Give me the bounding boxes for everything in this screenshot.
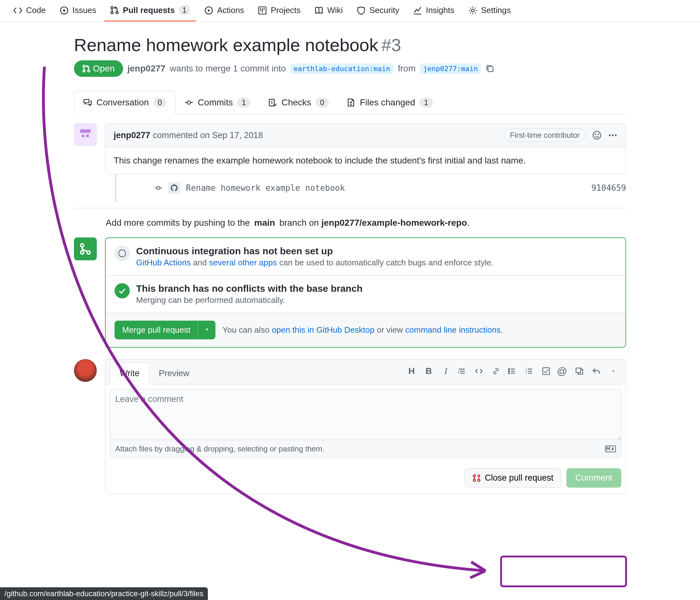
- comment-author[interactable]: jenp0277: [114, 130, 150, 140]
- tab-conversation[interactable]: Conversation 0: [74, 91, 175, 114]
- comment-form-box: Write Preview H B I: [105, 359, 626, 494]
- heading-icon[interactable]: H: [407, 366, 416, 376]
- pr-state-open: Open: [74, 60, 123, 77]
- current-user-avatar[interactable]: [74, 359, 97, 382]
- pr-number: #3: [381, 34, 401, 55]
- tab-code[interactable]: Code: [8, 0, 51, 22]
- pr-title-row: Rename homework example notebook #3: [74, 34, 626, 55]
- tab-files[interactable]: Files changed 1: [338, 91, 442, 114]
- no-conflicts-sub: Merging can be performed automatically.: [136, 295, 362, 305]
- pr-wants-text: wants to merge 1 commit into: [170, 64, 286, 74]
- ci-sub: GitHub Actions and several other apps ca…: [136, 258, 494, 268]
- svg-point-27: [508, 368, 509, 369]
- merge-caret[interactable]: [198, 321, 216, 339]
- comment-header: jenp0277 commented on Sep 17, 2018 First…: [105, 123, 626, 147]
- tab-checks[interactable]: Checks 0: [259, 91, 338, 114]
- commit-line: Rename homework example notebook 9104659: [115, 174, 626, 201]
- comment-button[interactable]: Comment: [567, 468, 621, 488]
- ci-title: Continuous integration has not been set …: [136, 246, 494, 257]
- merge-button[interactable]: Merge pull request: [115, 321, 198, 339]
- kebab-icon[interactable]: [608, 130, 618, 140]
- pr-title: Rename homework example notebook: [74, 34, 378, 55]
- svg-point-29: [508, 373, 509, 374]
- bullet-list-icon[interactable]: [507, 366, 517, 376]
- tab-issues[interactable]: Issues: [54, 0, 102, 22]
- svg-point-7: [471, 9, 474, 12]
- merge-action-row: Merge pull request You can also open thi…: [106, 313, 625, 347]
- stop-icon: [115, 246, 130, 261]
- project-icon: [258, 6, 267, 15]
- tab-commits[interactable]: Commits 1: [175, 91, 259, 114]
- apps-link[interactable]: several other apps: [209, 258, 277, 267]
- tab-issues-label: Issues: [72, 5, 96, 15]
- main-content: Rename homework example notebook #3 Open…: [65, 22, 635, 494]
- desktop-link[interactable]: open this in GitHub Desktop: [272, 325, 375, 335]
- attach-bar[interactable]: Attach files by dragging & dropping, sel…: [110, 440, 621, 457]
- tab-checks-count: 0: [316, 97, 329, 107]
- checklist-icon: [268, 98, 277, 107]
- textarea-wrap: Attach files by dragging & dropping, sel…: [105, 384, 626, 462]
- numbered-list-icon[interactable]: 123: [524, 366, 534, 376]
- shield-icon: [357, 6, 366, 15]
- commit-message[interactable]: Rename homework example notebook: [186, 183, 585, 193]
- svg-rect-14: [80, 129, 91, 133]
- code-icon[interactable]: [474, 366, 483, 376]
- tab-security-label: Security: [369, 5, 399, 15]
- merge-status-icon: [74, 237, 97, 260]
- smiley-icon[interactable]: [592, 130, 602, 140]
- comment-textarea[interactable]: [110, 389, 621, 440]
- preview-tab[interactable]: Preview: [149, 363, 199, 384]
- svg-point-18: [595, 134, 596, 135]
- timeline: jenp0277 commented on Sep 17, 2018 First…: [74, 123, 626, 494]
- tab-wiki[interactable]: Wiki: [309, 0, 348, 22]
- svg-rect-11: [488, 67, 493, 72]
- pr-head-branch[interactable]: jenp0277:main: [420, 64, 481, 74]
- actions-link[interactable]: GitHub Actions: [136, 258, 191, 267]
- tab-settings[interactable]: Settings: [462, 0, 517, 22]
- tab-pull-requests[interactable]: Pull requests 1: [104, 0, 196, 22]
- tab-pr-count: 1: [179, 5, 191, 15]
- commit-avatar[interactable]: [168, 182, 180, 194]
- quote-icon[interactable]: [457, 366, 467, 376]
- triangle-down-icon: [204, 327, 210, 332]
- tasklist-icon[interactable]: [541, 366, 551, 376]
- write-tab[interactable]: Write: [110, 363, 149, 384]
- italic-icon[interactable]: I: [441, 366, 451, 376]
- triangle-down-icon[interactable]: [608, 366, 618, 376]
- pr-base-branch[interactable]: earthlab-education:main: [290, 64, 394, 74]
- merge-box: Continuous integration has not been set …: [105, 237, 626, 347]
- avatar[interactable]: [74, 123, 97, 146]
- mention-icon[interactable]: @: [557, 366, 567, 376]
- reference-icon[interactable]: [574, 366, 584, 376]
- push-hint: Add more commits by pushing to the main …: [74, 208, 626, 237]
- reply-icon[interactable]: [592, 366, 601, 376]
- svg-point-37: [473, 479, 475, 481]
- tab-commits-label: Commits: [198, 97, 232, 107]
- tab-projects-label: Projects: [271, 5, 300, 15]
- book-icon: [315, 6, 323, 15]
- no-conflicts-title: This branch has no conflicts with the ba…: [136, 283, 362, 294]
- svg-point-38: [478, 479, 480, 481]
- comment-form: Write Preview H B I: [74, 359, 626, 494]
- code-icon: [13, 6, 22, 15]
- markdown-icon[interactable]: [605, 446, 616, 452]
- tab-actions-label: Actions: [217, 5, 244, 15]
- svg-rect-33: [543, 368, 549, 374]
- browser-status-url: /github.com/earthlab-education/practice-…: [0, 587, 208, 600]
- link-icon[interactable]: [491, 366, 501, 376]
- commit-sha[interactable]: 9104659: [591, 183, 626, 193]
- svg-point-28: [508, 370, 509, 371]
- pr-author[interactable]: jenp0277: [128, 64, 166, 74]
- bold-icon[interactable]: B: [424, 366, 433, 376]
- tab-security[interactable]: Security: [351, 0, 405, 22]
- svg-point-8: [83, 65, 85, 67]
- close-pr-button[interactable]: Close pull request: [464, 468, 561, 488]
- comment-date[interactable]: on Sep 17, 2018: [200, 130, 263, 140]
- tab-insights-label: Insights: [426, 5, 454, 15]
- copy-icon[interactable]: [485, 64, 494, 73]
- cli-link[interactable]: command line instructions: [405, 325, 501, 335]
- tab-actions[interactable]: Actions: [199, 0, 250, 22]
- tab-projects[interactable]: Projects: [252, 0, 306, 22]
- tab-files-label: Files changed: [360, 97, 415, 107]
- tab-insights[interactable]: Insights: [407, 0, 460, 22]
